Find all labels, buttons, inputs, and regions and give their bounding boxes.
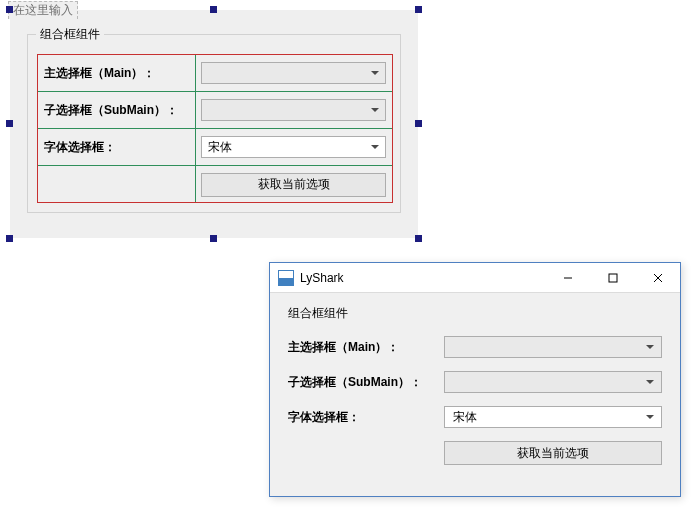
form-designer-canvas[interactable]: 在这里输入 组合框组件 主选择框（Main）： 子选择框（SubMain）： — [10, 10, 418, 238]
designer-caption[interactable]: 在这里输入 — [8, 1, 78, 19]
app-icon — [278, 270, 294, 286]
combobox-submain[interactable] — [444, 371, 662, 393]
get-current-button[interactable]: 获取当前选项 — [201, 173, 386, 197]
resize-handle-bm[interactable] — [210, 235, 217, 242]
groupbox[interactable]: 组合框组件 主选择框（Main）： 子选择框（SubMain）： — [27, 34, 401, 213]
form-layout-grid[interactable]: 主选择框（Main）： 子选择框（SubMain）： — [37, 54, 393, 203]
grid-row-main[interactable]: 主选择框（Main）： — [38, 55, 392, 92]
chevron-down-icon — [371, 71, 379, 75]
combobox-main[interactable] — [201, 62, 386, 84]
combobox-font-value: 宋体 — [453, 409, 477, 426]
minimize-icon — [563, 273, 573, 283]
resize-handle-br[interactable] — [415, 235, 422, 242]
grid-row-button[interactable]: 获取当前选项 — [38, 166, 392, 203]
row-submain: 子选择框（SubMain）： — [288, 371, 662, 393]
label-main: 主选择框（Main）： — [288, 339, 444, 356]
resize-handle-mr[interactable] — [415, 120, 422, 127]
resize-handle-ml[interactable] — [6, 120, 13, 127]
maximize-button[interactable] — [590, 263, 635, 293]
row-main: 主选择框（Main）： — [288, 336, 662, 358]
row-button: 获取当前选项 — [288, 441, 662, 465]
label-main: 主选择框（Main）： — [38, 55, 195, 91]
combobox-submain[interactable] — [201, 99, 386, 121]
chevron-down-icon — [646, 380, 654, 384]
titlebar[interactable]: LyShark — [270, 263, 680, 293]
get-current-button-label: 获取当前选项 — [517, 445, 589, 462]
groupbox-title: 组合框组件 — [36, 26, 104, 43]
combobox-main[interactable] — [444, 336, 662, 358]
get-current-button[interactable]: 获取当前选项 — [444, 441, 662, 465]
label-font: 字体选择框： — [38, 129, 195, 165]
label-submain: 子选择框（SubMain）： — [38, 92, 195, 128]
grid-empty-cell — [38, 166, 195, 203]
resize-handle-bl[interactable] — [6, 235, 13, 242]
resize-handle-tl[interactable] — [6, 6, 13, 13]
maximize-icon — [608, 273, 618, 283]
window-title: LyShark — [300, 271, 344, 285]
chevron-down-icon — [646, 415, 654, 419]
label-font: 字体选择框： — [288, 409, 444, 426]
resize-handle-tm[interactable] — [210, 6, 217, 13]
groupbox-title: 组合框组件 — [288, 305, 662, 322]
chevron-down-icon — [646, 345, 654, 349]
resize-handle-tr[interactable] — [415, 6, 422, 13]
row-font: 字体选择框： 宋体 — [288, 406, 662, 428]
grid-row-font[interactable]: 字体选择框： 宋体 — [38, 129, 392, 166]
close-button[interactable] — [635, 263, 680, 293]
combobox-font[interactable]: 宋体 — [444, 406, 662, 428]
label-submain: 子选择框（SubMain）： — [288, 374, 444, 391]
combobox-font[interactable]: 宋体 — [201, 136, 386, 158]
combobox-font-value: 宋体 — [208, 139, 232, 156]
grid-row-submain[interactable]: 子选择框（SubMain）： — [38, 92, 392, 129]
chevron-down-icon — [371, 145, 379, 149]
get-current-button-label: 获取当前选项 — [258, 176, 330, 193]
minimize-button[interactable] — [545, 263, 590, 293]
chevron-down-icon — [371, 108, 379, 112]
runtime-window: LyShark 组合框组件 主选择框（Main）： 子选择框（SubMain）： — [269, 262, 681, 497]
window-body: 组合框组件 主选择框（Main）： 子选择框（SubMain）： 字体选择框： … — [270, 293, 680, 477]
close-icon — [653, 273, 663, 283]
svg-rect-1 — [609, 274, 617, 282]
